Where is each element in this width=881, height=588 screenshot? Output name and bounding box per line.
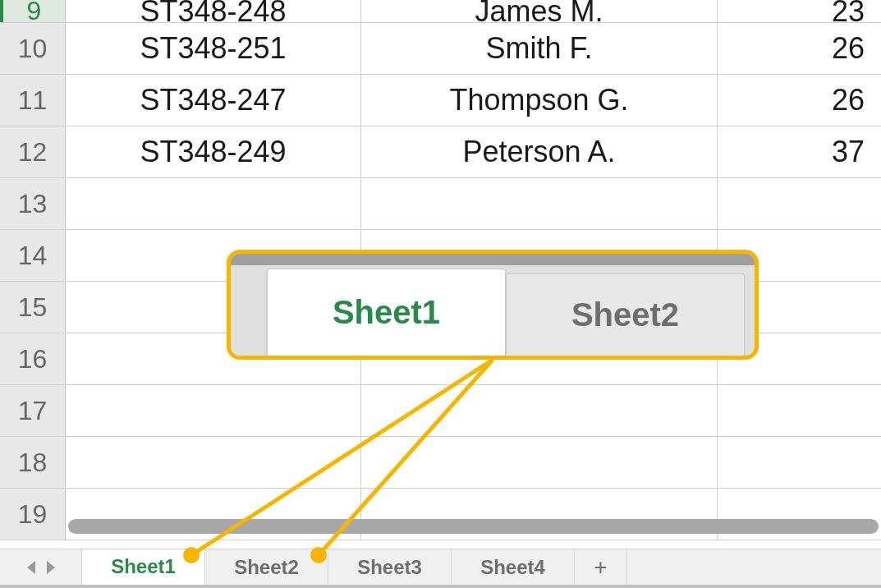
- row-header[interactable]: 16: [0, 333, 66, 384]
- cell[interactable]: ST348-251: [66, 23, 361, 74]
- row-header[interactable]: 15: [0, 282, 66, 333]
- cell[interactable]: [718, 437, 881, 488]
- cell[interactable]: [718, 385, 881, 436]
- callout-scroll-strip: [231, 254, 755, 265]
- cell[interactable]: ST348-249: [66, 126, 361, 177]
- grid-row: 11 ST348-247 Thompson G. 26: [0, 75, 881, 126]
- cell[interactable]: [66, 385, 361, 436]
- cell[interactable]: [718, 178, 881, 229]
- cell[interactable]: [66, 437, 361, 488]
- grid-row: 9 ST348-248 James M. 23: [0, 0, 881, 23]
- cell[interactable]: 23: [718, 0, 881, 22]
- horizontal-scrollbar[interactable]: [66, 517, 881, 535]
- cell[interactable]: 37: [718, 126, 881, 177]
- cell[interactable]: ST348-248: [66, 0, 361, 22]
- cell[interactable]: Peterson A.: [361, 126, 718, 177]
- row-header[interactable]: 12: [0, 126, 66, 177]
- zoom-callout: Sheet1 Sheet2: [227, 250, 759, 360]
- cell[interactable]: Smith F.: [361, 23, 718, 74]
- add-sheet-button[interactable]: +: [575, 549, 627, 585]
- sheet-tab-bar: Sheet1 Sheet2 Sheet3 Sheet4 +: [0, 549, 881, 585]
- grid-row: 10 ST348-251 Smith F. 26: [0, 23, 881, 75]
- callout-tab-sheet1: Sheet1: [267, 269, 506, 356]
- cell[interactable]: Thompson G.: [361, 75, 718, 126]
- grid-row: 12 ST348-249 Peterson A. 37: [0, 126, 881, 178]
- grid-row: 18: [0, 437, 881, 489]
- cell[interactable]: [361, 437, 718, 488]
- sheet-tab-sheet1[interactable]: Sheet1: [82, 549, 205, 586]
- sheet-tab-sheet2[interactable]: Sheet2: [205, 549, 328, 585]
- cell[interactable]: [361, 385, 718, 436]
- tab-nav-arrows[interactable]: [0, 549, 82, 585]
- row-header[interactable]: 9: [0, 0, 66, 22]
- row-header[interactable]: 19: [0, 489, 66, 540]
- sheet-tab-sheet4[interactable]: Sheet4: [452, 549, 575, 585]
- cell[interactable]: 26: [718, 23, 881, 74]
- row-header[interactable]: 17: [0, 385, 66, 436]
- row-header[interactable]: 11: [0, 75, 66, 126]
- cell[interactable]: ST348-247: [66, 75, 361, 126]
- cell[interactable]: James M.: [361, 0, 718, 22]
- cell[interactable]: [361, 178, 718, 229]
- cell[interactable]: 26: [718, 75, 881, 126]
- plus-icon: +: [594, 554, 607, 581]
- sheet-tab-sheet3[interactable]: Sheet3: [328, 549, 452, 585]
- scrollbar-thumb[interactable]: [68, 519, 879, 534]
- chevron-right-icon[interactable]: [47, 561, 55, 574]
- row-header[interactable]: 14: [0, 230, 66, 281]
- callout-tab-sheet2: Sheet2: [506, 273, 745, 356]
- chevron-left-icon[interactable]: [27, 561, 35, 574]
- row-header[interactable]: 18: [0, 437, 66, 488]
- row-header[interactable]: 10: [0, 23, 66, 74]
- grid-row: 13: [0, 178, 881, 230]
- status-strip: [0, 585, 881, 588]
- row-header[interactable]: 13: [0, 178, 66, 229]
- grid-row: 17: [0, 385, 881, 437]
- cell[interactable]: [66, 178, 361, 229]
